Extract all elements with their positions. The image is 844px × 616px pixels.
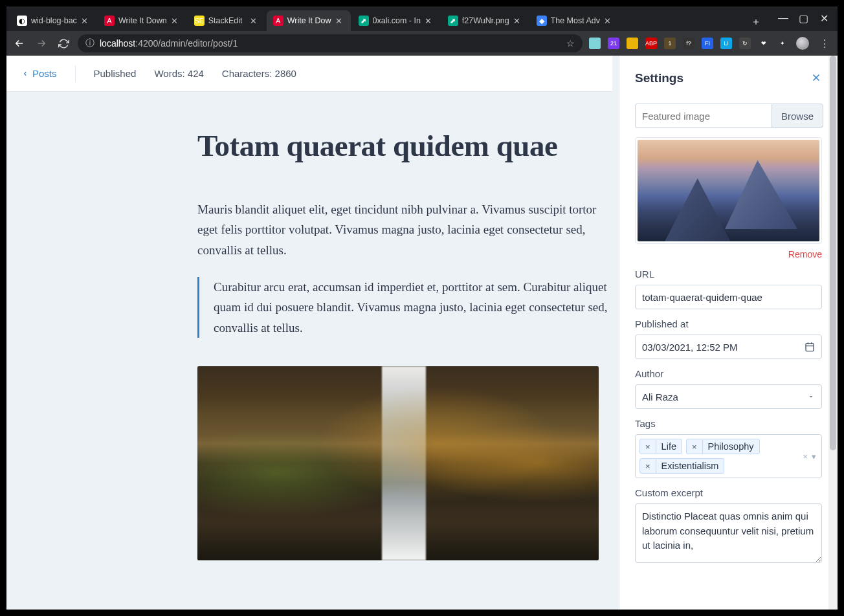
- address-bar[interactable]: ⓘ localhost:4200/admin/editor/post/1 ☆: [78, 34, 583, 52]
- featured-image-input[interactable]: [635, 104, 772, 128]
- extension-icon[interactable]: ↻: [739, 38, 751, 49]
- blockquote[interactable]: Curabitur arcu erat, accumsan id imperdi…: [197, 277, 619, 338]
- header-divider: [75, 65, 76, 82]
- featured-image-row: Browse: [635, 104, 822, 128]
- tab-close-icon[interactable]: ✕: [250, 16, 259, 25]
- tab-close-icon[interactable]: ✕: [335, 16, 344, 25]
- tab-label: wid-blog-bac: [31, 16, 77, 25]
- extension-icon[interactable]: ❤: [758, 38, 770, 49]
- excerpt-textarea[interactable]: [635, 503, 822, 563]
- forward-button[interactable]: [34, 36, 49, 51]
- titlebar: ◐wid-blog-bac✕AWrite It Down✕SEStackEdit…: [6, 6, 838, 31]
- extension-icon[interactable]: ✦: [777, 38, 788, 49]
- url-path: :4200/admin/editor/post/1: [135, 38, 238, 49]
- browse-button[interactable]: Browse: [772, 104, 823, 128]
- clear-tags-icon[interactable]: ×: [803, 452, 808, 461]
- extension-icon[interactable]: FI: [702, 38, 713, 49]
- url-input[interactable]: [635, 285, 822, 309]
- tab-close-icon[interactable]: ✕: [513, 16, 522, 25]
- settings-sidebar: Settings Browse Remove URL Published at …: [619, 56, 838, 610]
- tag-label: Life: [656, 439, 682, 454]
- extension-icon[interactable]: f?: [683, 38, 694, 49]
- browser-tab[interactable]: AWrite It Dow✕: [267, 10, 351, 31]
- tag-remove-icon[interactable]: ×: [640, 459, 656, 473]
- published-date-input[interactable]: 03/03/2021, 12:52 PM: [635, 335, 822, 359]
- tab-close-icon[interactable]: ✕: [604, 16, 613, 25]
- post-title[interactable]: Totam quaerat quidem quae: [197, 128, 619, 163]
- site-info-icon[interactable]: ⓘ: [85, 38, 94, 49]
- extension-icon[interactable]: [627, 38, 638, 49]
- browser-window: ◐wid-blog-bac✕AWrite It Down✕SEStackEdit…: [0, 0, 844, 616]
- tab-favicon: ◆: [537, 16, 547, 26]
- tab-close-icon[interactable]: ✕: [171, 16, 180, 25]
- profile-avatar[interactable]: [795, 36, 810, 51]
- tags-dropdown-icon[interactable]: ▾: [812, 452, 816, 461]
- excerpt-label: Custom excerpt: [635, 487, 822, 498]
- extension-icon[interactable]: LI: [720, 38, 732, 49]
- tab-favicon: ◐: [17, 16, 27, 26]
- browser-tab[interactable]: AWrite It Down✕: [98, 10, 186, 31]
- tab-close-icon[interactable]: ✕: [81, 16, 90, 25]
- tab-favicon: ⬈: [359, 16, 369, 26]
- editor-canvas[interactable]: Totam quaerat quidem quae Mauris blandit…: [6, 56, 619, 610]
- blockquote-text: Curabitur arcu erat, accumsan id imperdi…: [214, 277, 619, 338]
- url-host: localhost: [100, 38, 135, 49]
- tags-label: Tags: [635, 418, 822, 429]
- tags-input[interactable]: ×Life×Philosophy×Existentialism × ▾: [635, 434, 822, 478]
- browser-tab[interactable]: ◆The Most Adv✕: [530, 10, 619, 31]
- browser-tab[interactable]: ◐wid-blog-bac✕: [10, 10, 96, 31]
- tab-close-icon[interactable]: ✕: [425, 16, 434, 25]
- tab-label: 0xali.com - In: [373, 16, 421, 25]
- tab-favicon: SE: [194, 16, 205, 26]
- extension-icon[interactable]: 1: [664, 38, 676, 49]
- tag-chip[interactable]: ×Philosophy: [686, 439, 760, 454]
- posts-back-link[interactable]: Posts: [22, 68, 57, 79]
- close-window-button[interactable]: ✕: [819, 12, 828, 25]
- post-status: Published: [94, 68, 137, 79]
- author-value: Ali Raza: [642, 391, 678, 402]
- char-count: Characters: 2860: [222, 68, 296, 79]
- tags-controls: × ▾: [803, 452, 816, 461]
- tab-label: StackEdit: [208, 16, 246, 25]
- tag-chip[interactable]: ×Existentialism: [639, 458, 724, 474]
- content-image[interactable]: [197, 366, 599, 560]
- svg-rect-0: [806, 344, 814, 351]
- author-select[interactable]: Ali Raza: [635, 384, 822, 409]
- window-controls: — ▢ ✕: [766, 12, 834, 31]
- chevron-down-icon: [807, 393, 815, 401]
- scrollbar-thumb[interactable]: [830, 56, 836, 450]
- extension-icon[interactable]: 21: [608, 38, 619, 49]
- tag-chip[interactable]: ×Life: [639, 439, 682, 454]
- browser-tab[interactable]: ⬈f27WuNr.png✕: [441, 10, 529, 31]
- tab-label: Write It Down: [118, 16, 167, 25]
- word-count: Words: 424: [154, 68, 203, 79]
- chevron-left-icon: [22, 69, 28, 78]
- published-date-value: 03/03/2021, 12:52 PM: [642, 342, 738, 353]
- article-body: Totam quaerat quidem quae Mauris blandit…: [197, 128, 619, 560]
- browser-menu-button[interactable]: ⋮: [817, 36, 832, 51]
- minimize-button[interactable]: —: [778, 12, 787, 25]
- tab-favicon: ⬈: [448, 16, 458, 26]
- tab-label: Write It Dow: [287, 16, 331, 25]
- tag-remove-icon[interactable]: ×: [640, 440, 656, 454]
- browser-toolbar: ⓘ localhost:4200/admin/editor/post/1 ☆ 2…: [6, 31, 838, 56]
- paragraph[interactable]: Mauris blandit aliquet elit, eget tincid…: [197, 199, 619, 260]
- settings-title: Settings: [635, 71, 683, 85]
- tab-strip: ◐wid-blog-bac✕AWrite It Down✕SEStackEdit…: [10, 9, 746, 31]
- calendar-icon: [805, 342, 815, 352]
- maximize-button[interactable]: ▢: [799, 12, 808, 25]
- close-settings-button[interactable]: [810, 72, 822, 85]
- browser-tab[interactable]: ⬈0xali.com - In✕: [352, 10, 440, 31]
- featured-image-preview[interactable]: [638, 140, 819, 241]
- page-scrollbar[interactable]: [828, 56, 838, 610]
- tag-remove-icon[interactable]: ×: [687, 440, 703, 454]
- extension-icon[interactable]: ABP: [645, 38, 657, 49]
- reload-button[interactable]: [56, 36, 71, 51]
- bookmark-star-icon[interactable]: ☆: [566, 38, 575, 49]
- editor-header: Posts Published Words: 424 Characters: 2…: [6, 56, 612, 92]
- extension-icon[interactable]: [589, 38, 601, 49]
- new-tab-button[interactable]: [747, 13, 765, 31]
- back-button[interactable]: [12, 36, 27, 51]
- remove-image-link[interactable]: Remove: [635, 249, 822, 259]
- browser-tab[interactable]: SEStackEdit✕: [188, 10, 265, 31]
